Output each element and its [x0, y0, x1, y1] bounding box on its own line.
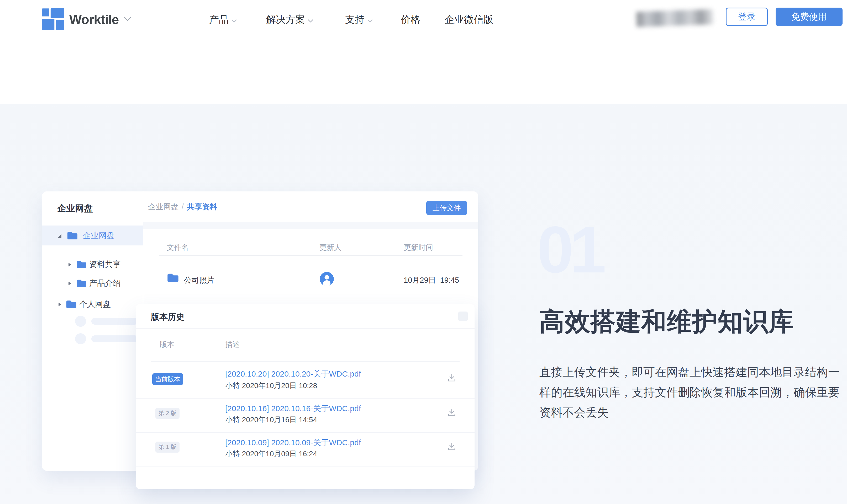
feature-index-watermark: 01 [537, 217, 603, 283]
modal-header: 版本历史 [136, 304, 474, 328]
skeleton-placeholder [75, 316, 86, 327]
skeleton-placeholder [75, 333, 86, 344]
feature-description: 直接上传文件夹，即可在网盘上快速搭建同本地目录结构一样的在线知识库，支持文件删除… [539, 362, 841, 422]
chevron-down-icon [124, 17, 131, 22]
tree-collapsed-caret-icon[interactable] [68, 263, 72, 268]
folder-icon [66, 300, 77, 310]
version-badge: 第 2 版 [155, 408, 179, 419]
free-signup-button[interactable]: 免费使用 [776, 7, 843, 26]
version-file-link[interactable]: [2020.10.16] 2020.10.16-关于WDC.pdf [225, 403, 361, 414]
folder-icon [76, 260, 87, 270]
version-file-link[interactable]: [2020.10.20] 2020.10.20-关于WDC.pdf [225, 369, 361, 379]
modal-close-placeholder[interactable] [458, 311, 468, 321]
tree-item-shared-materials[interactable]: 资料共享 [42, 257, 143, 272]
chevron-down-icon [367, 14, 373, 25]
column-header-version: 版本 [160, 340, 174, 349]
download-icon[interactable] [447, 373, 457, 383]
upload-file-button-label: 上传文件 [433, 203, 461, 213]
breadcrumb-root[interactable]: 企业网盘 [148, 202, 178, 212]
column-header-updated-time: 更新时间 [404, 242, 433, 253]
tree-item-personal-disk[interactable]: 个人网盘 [42, 297, 143, 311]
column-header-description: 描述 [225, 340, 240, 349]
nav-item-label: 价格 [401, 13, 420, 26]
feature-heading: 高效搭建和维护知识库 [539, 306, 794, 337]
nav-item-wechat-work[interactable]: 企业微信版 [445, 0, 493, 39]
version-badge-label: 第 1 版 [158, 443, 176, 451]
file-name[interactable]: 公司照片 [184, 275, 214, 286]
version-badge-label: 当前版本 [155, 375, 180, 383]
download-icon[interactable] [447, 408, 457, 417]
breadcrumb-separator: / [182, 202, 184, 211]
upload-file-button[interactable]: 上传文件 [426, 201, 467, 215]
breadcrumb: 企业网盘 / 共享资料 [148, 192, 217, 222]
version-file-link[interactable]: [2020.10.09] 2020.10.09-关于WDC.pdf [225, 437, 361, 448]
worktile-logo[interactable]: Worktile [42, 0, 131, 39]
feature-section: 01 企业网盘 企业网盘 资料共享 [0, 104, 847, 504]
download-icon[interactable] [447, 442, 457, 452]
phone-number-redacted [636, 9, 713, 27]
user-avatar [320, 272, 334, 287]
tree-expanded-caret-icon[interactable] [57, 234, 62, 239]
tree-collapsed-caret-icon[interactable] [58, 302, 62, 308]
chevron-down-icon [308, 14, 313, 25]
tree-item-label: 资料共享 [89, 259, 121, 270]
folder-icon [167, 272, 179, 284]
modal-title: 版本历史 [151, 311, 185, 323]
nav-item-solutions[interactable]: 解决方案 [266, 0, 313, 39]
file-updated-time: 10月29日 19:45 [404, 275, 459, 286]
nav-item-label: 企业微信版 [445, 13, 493, 26]
version-badge: 第 1 版 [155, 442, 179, 453]
folder-icon [67, 231, 78, 241]
version-row-2: 第 2 版 [2020.10.16] 2020.10.16-关于WDC.pdf … [136, 399, 474, 433]
nav-item-products[interactable]: 产品 [209, 0, 237, 39]
tree-item-label: 产品介绍 [89, 278, 121, 289]
top-navigation-bar: Worktile 产品 解决方案 支持 价格 企业微信版 登录 免费使用 [0, 0, 847, 39]
disk-sidebar: 企业网盘 企业网盘 资料共享 [42, 192, 143, 471]
chevron-down-icon [231, 14, 237, 25]
nav-item-support[interactable]: 支持 [345, 0, 373, 39]
skeleton-placeholder [91, 336, 138, 342]
nav-item-label: 支持 [345, 13, 365, 26]
login-button[interactable]: 登录 [726, 7, 768, 26]
version-row-current: 当前版本 [2020.10.20] 2020.10.20-关于WDC.pdf 小… [136, 362, 474, 399]
version-badge-label: 第 2 版 [158, 409, 176, 417]
table-divider [159, 255, 463, 256]
nav-item-label: 产品 [209, 13, 229, 26]
tree-item-label: 个人网盘 [79, 299, 111, 310]
version-row-1: 第 1 版 [2020.10.09] 2020.10.09-关于WDC.pdf … [136, 433, 474, 467]
breadcrumb-current: 共享资料 [187, 202, 217, 212]
current-version-badge: 当前版本 [152, 373, 183, 385]
worktile-logo-icon [42, 8, 64, 31]
version-meta: 小特 2020年10月16日 14:54 [225, 415, 317, 425]
disk-content-header: 企业网盘 / 共享资料 上传文件 [143, 192, 478, 222]
login-button-label: 登录 [738, 11, 756, 23]
tree-item-product-intro[interactable]: 产品介绍 [42, 276, 143, 291]
tree-item-enterprise-disk[interactable]: 企业网盘 [42, 226, 143, 246]
column-header-filename: 文件名 [167, 242, 189, 253]
tree-item-label: 企业网盘 [83, 230, 115, 241]
nav-item-label: 解决方案 [266, 13, 305, 26]
free-signup-button-label: 免费使用 [791, 11, 827, 23]
version-history-modal: 版本历史 版本 描述 当前版本 [2020.10.20] 2020.10.20-… [136, 304, 474, 489]
version-meta: 小特 2020年10月09日 16:24 [225, 449, 317, 459]
version-meta: 小特 2020年10月20日 10:28 [225, 381, 317, 391]
folder-icon [76, 279, 87, 289]
tree-collapsed-caret-icon[interactable] [68, 281, 72, 287]
brand-name: Worktile [69, 12, 119, 27]
sidebar-title: 企业网盘 [57, 202, 93, 215]
skeleton-placeholder [91, 318, 138, 325]
column-header-updater: 更新人 [319, 242, 342, 253]
nav-item-pricing[interactable]: 价格 [401, 0, 420, 39]
